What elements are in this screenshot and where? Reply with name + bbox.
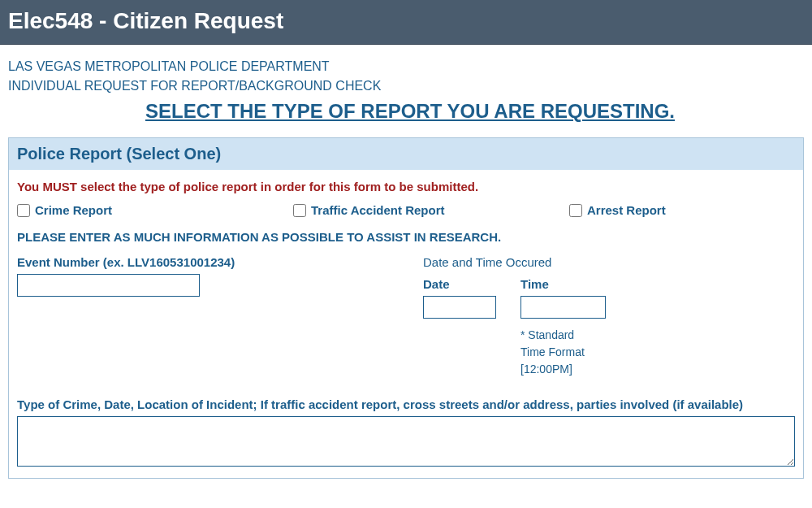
details-label: Type of Crime, Date, Location of Inciden…	[17, 397, 795, 411]
page-title: Elec548 - Citizen Request	[8, 8, 804, 34]
traffic-accident-label: Traffic Accident Report	[311, 203, 444, 217]
date-label: Date	[423, 277, 496, 291]
time-format-note: * Standard Time Format [12:00PM]	[520, 327, 618, 378]
details-textarea[interactable]	[17, 416, 795, 467]
crime-report-checkbox[interactable]	[17, 204, 30, 217]
app-header: Elec548 - Citizen Request	[0, 0, 812, 45]
time-input[interactable]	[520, 296, 606, 319]
date-input[interactable]	[423, 296, 496, 319]
section-header-police-report: Police Report (Select One)	[9, 138, 803, 170]
datetime-heading: Date and Time Occured	[423, 255, 795, 269]
time-note-line1: * Standard	[520, 328, 574, 341]
fields-row: Event Number (ex. LLV160531001234) Date …	[17, 255, 795, 378]
time-note-line2: Time Format	[520, 345, 585, 358]
datetime-fields: Date Time * Standard Time Format [12:00P…	[423, 277, 795, 378]
select-type-heading: SELECT THE TYPE OF REPORT YOU ARE REQUES…	[8, 100, 812, 123]
arrest-report-option: Arrest Report	[569, 203, 666, 217]
police-report-section: Police Report (Select One) You MUST sele…	[8, 137, 804, 479]
crime-report-label: Crime Report	[35, 203, 112, 217]
traffic-accident-checkbox[interactable]	[293, 204, 306, 217]
content-area: LAS VEGAS METROPOLITAN POLICE DEPARTMENT…	[0, 45, 812, 479]
arrest-report-label: Arrest Report	[587, 203, 666, 217]
department-name: LAS VEGAS METROPOLITAN POLICE DEPARTMENT	[8, 59, 812, 74]
form-name: INDIVIDUAL REQUEST FOR REPORT/BACKGROUND…	[8, 79, 812, 93]
section-body: You MUST select the type of police repor…	[9, 170, 803, 478]
date-field-group: Date	[423, 277, 496, 378]
event-number-input[interactable]	[17, 274, 200, 297]
traffic-accident-option: Traffic Accident Report	[293, 203, 545, 217]
warning-must-select: You MUST select the type of police repor…	[17, 180, 795, 193]
enter-info-prompt: PLEASE ENTER AS MUCH INFORMATION AS POSS…	[17, 230, 795, 244]
event-number-column: Event Number (ex. LLV160531001234)	[17, 255, 423, 378]
event-number-label: Event Number (ex. LLV160531001234)	[17, 255, 423, 269]
datetime-column: Date and Time Occured Date Time * Standa…	[423, 255, 795, 378]
arrest-report-checkbox[interactable]	[569, 204, 582, 217]
report-type-row: Crime Report Traffic Accident Report Arr…	[17, 203, 795, 217]
time-label: Time	[520, 277, 618, 291]
crime-report-option: Crime Report	[17, 203, 269, 217]
time-note-line3: [12:00PM]	[520, 363, 572, 376]
time-field-group: Time * Standard Time Format [12:00PM]	[520, 277, 618, 378]
